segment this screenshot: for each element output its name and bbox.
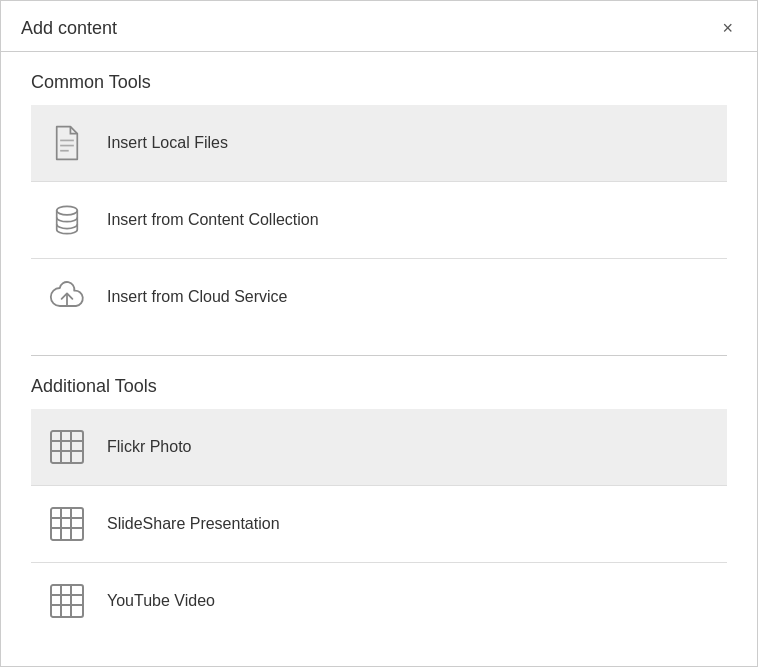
list-item[interactable]: Insert Local Files xyxy=(31,105,727,182)
tool-label: Insert Local Files xyxy=(107,134,228,152)
tool-label: SlideShare Presentation xyxy=(107,515,280,533)
svg-rect-5 xyxy=(51,431,83,463)
additional-tools-title: Additional Tools xyxy=(31,376,727,397)
tool-label: YouTube Video xyxy=(107,592,215,610)
close-button[interactable]: × xyxy=(718,17,737,39)
additional-tools-section: Additional Tools Flickr Photo xyxy=(31,376,727,639)
common-tools-list: Insert Local Files Insert from Content C… xyxy=(31,105,727,335)
list-item[interactable]: Insert from Cloud Service xyxy=(31,259,727,335)
list-item[interactable]: Flickr Photo xyxy=(31,409,727,486)
cloud-icon xyxy=(47,277,87,317)
dialog-header: Add content × xyxy=(1,1,757,52)
flickr-icon xyxy=(47,427,87,467)
add-content-dialog: Add content × Common Tools xyxy=(0,0,758,667)
svg-rect-15 xyxy=(51,585,83,617)
list-item[interactable]: SlideShare Presentation xyxy=(31,486,727,563)
tool-label: Insert from Cloud Service xyxy=(107,288,288,306)
list-item[interactable]: Insert from Content Collection xyxy=(31,182,727,259)
additional-tools-list: Flickr Photo SlideShare Presentation xyxy=(31,409,727,639)
list-item[interactable]: YouTube Video xyxy=(31,563,727,639)
dialog-title: Add content xyxy=(21,18,117,39)
svg-point-3 xyxy=(57,206,78,215)
common-tools-title: Common Tools xyxy=(31,72,727,93)
tool-label: Flickr Photo xyxy=(107,438,191,456)
youtube-icon xyxy=(47,581,87,621)
file-icon xyxy=(47,123,87,163)
database-icon xyxy=(47,200,87,240)
section-divider xyxy=(31,355,727,356)
common-tools-section: Common Tools Insert Local Files xyxy=(31,72,727,335)
dialog-body: Common Tools Insert Local Files xyxy=(1,52,757,666)
tool-label: Insert from Content Collection xyxy=(107,211,319,229)
slideshare-icon xyxy=(47,504,87,544)
svg-rect-10 xyxy=(51,508,83,540)
